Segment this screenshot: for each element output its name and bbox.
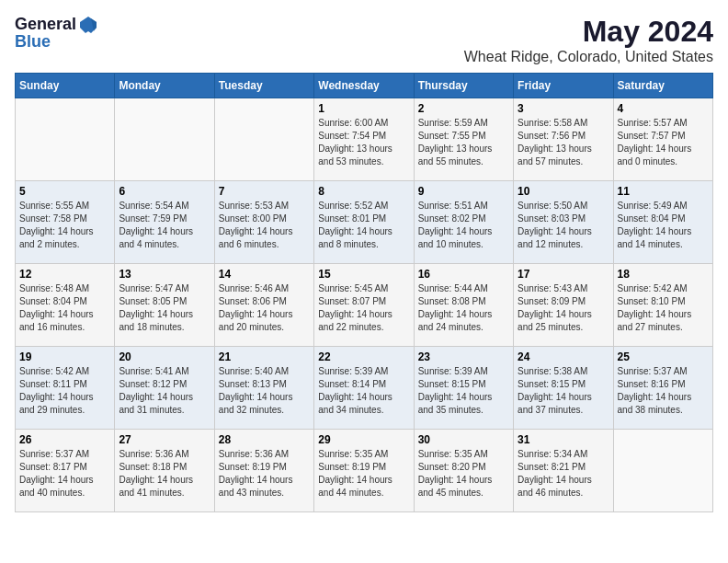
day-info: Sunrise: 6:00 AMSunset: 7:54 PMDaylight:… (318, 117, 409, 168)
calendar-cell: 26Sunrise: 5:37 AMSunset: 8:17 PMDayligh… (16, 430, 115, 512)
calendar-cell: 30Sunrise: 5:35 AMSunset: 8:20 PMDayligh… (414, 430, 513, 512)
calendar-cell: 23Sunrise: 5:39 AMSunset: 8:15 PMDayligh… (414, 347, 513, 430)
calendar-cell: 29Sunrise: 5:35 AMSunset: 8:19 PMDayligh… (314, 430, 414, 512)
calendar-cell: 7Sunrise: 5:53 AMSunset: 8:00 PMDaylight… (214, 181, 313, 264)
day-number: 8 (318, 185, 409, 198)
calendar-cell (613, 430, 712, 512)
weekday-header-saturday: Saturday (613, 74, 712, 98)
day-info: Sunrise: 5:35 AMSunset: 8:19 PMDaylight:… (318, 448, 409, 500)
calendar-week-row: 5Sunrise: 5:55 AMSunset: 7:58 PMDaylight… (16, 181, 713, 264)
calendar-cell: 27Sunrise: 5:36 AMSunset: 8:18 PMDayligh… (115, 430, 214, 512)
calendar-week-row: 12Sunrise: 5:48 AMSunset: 8:04 PMDayligh… (16, 264, 713, 347)
calendar-week-row: 1Sunrise: 6:00 AMSunset: 7:54 PMDaylight… (16, 98, 713, 181)
day-number: 3 (518, 102, 609, 115)
calendar-cell: 25Sunrise: 5:37 AMSunset: 8:16 PMDayligh… (613, 347, 712, 430)
calendar-week-row: 26Sunrise: 5:37 AMSunset: 8:17 PMDayligh… (16, 430, 713, 512)
day-info: Sunrise: 5:39 AMSunset: 8:15 PMDaylight:… (418, 365, 509, 417)
day-info: Sunrise: 5:37 AMSunset: 8:16 PMDaylight:… (618, 365, 709, 417)
logo-text-blue: Blue (15, 33, 98, 52)
calendar-cell (115, 98, 214, 181)
calendar-cell: 17Sunrise: 5:43 AMSunset: 8:09 PMDayligh… (514, 264, 613, 347)
day-info: Sunrise: 5:45 AMSunset: 8:07 PMDaylight:… (318, 282, 409, 334)
day-number: 25 (618, 350, 709, 363)
day-number: 19 (19, 350, 110, 363)
day-number: 9 (418, 185, 509, 198)
calendar-cell: 20Sunrise: 5:41 AMSunset: 8:12 PMDayligh… (115, 347, 214, 430)
day-info: Sunrise: 5:59 AMSunset: 7:55 PMDaylight:… (418, 117, 509, 168)
day-number: 31 (518, 433, 609, 446)
weekday-header-thursday: Thursday (414, 74, 513, 98)
day-number: 4 (618, 102, 709, 115)
calendar-cell: 28Sunrise: 5:36 AMSunset: 8:19 PMDayligh… (214, 430, 313, 512)
calendar-cell: 5Sunrise: 5:55 AMSunset: 7:58 PMDaylight… (16, 181, 115, 264)
day-info: Sunrise: 5:57 AMSunset: 7:57 PMDaylight:… (618, 117, 709, 168)
calendar-cell: 21Sunrise: 5:40 AMSunset: 8:13 PMDayligh… (214, 347, 313, 430)
day-info: Sunrise: 5:53 AMSunset: 8:00 PMDaylight:… (219, 200, 310, 251)
calendar-table: SundayMondayTuesdayWednesdayThursdayFrid… (15, 73, 713, 512)
logo: General Blue (15, 15, 98, 52)
day-info: Sunrise: 5:49 AMSunset: 8:04 PMDaylight:… (618, 200, 709, 251)
day-info: Sunrise: 5:50 AMSunset: 8:03 PMDaylight:… (518, 200, 609, 251)
page-title: May 2024 (464, 15, 713, 49)
logo-icon (78, 15, 98, 35)
weekday-header-wednesday: Wednesday (314, 74, 414, 98)
calendar-cell: 10Sunrise: 5:50 AMSunset: 8:03 PMDayligh… (514, 181, 613, 264)
calendar-cell: 19Sunrise: 5:42 AMSunset: 8:11 PMDayligh… (16, 347, 115, 430)
calendar-cell: 11Sunrise: 5:49 AMSunset: 8:04 PMDayligh… (613, 181, 712, 264)
day-number: 14 (219, 268, 310, 281)
weekday-header-monday: Monday (115, 74, 214, 98)
calendar-cell: 31Sunrise: 5:34 AMSunset: 8:21 PMDayligh… (514, 430, 613, 512)
day-info: Sunrise: 5:48 AMSunset: 8:04 PMDaylight:… (19, 282, 110, 334)
day-number: 18 (618, 268, 709, 281)
day-info: Sunrise: 5:43 AMSunset: 8:09 PMDaylight:… (518, 282, 609, 334)
day-number: 11 (618, 185, 709, 198)
title-block: May 2024 Wheat Ridge, Colorado, United S… (464, 15, 713, 65)
calendar-cell (214, 98, 313, 181)
day-number: 16 (418, 268, 509, 281)
calendar-cell: 6Sunrise: 5:54 AMSunset: 7:59 PMDaylight… (115, 181, 214, 264)
calendar-cell: 14Sunrise: 5:46 AMSunset: 8:06 PMDayligh… (214, 264, 313, 347)
day-info: Sunrise: 5:39 AMSunset: 8:14 PMDaylight:… (318, 365, 409, 417)
day-info: Sunrise: 5:52 AMSunset: 8:01 PMDaylight:… (318, 200, 409, 251)
calendar-cell: 12Sunrise: 5:48 AMSunset: 8:04 PMDayligh… (16, 264, 115, 347)
day-info: Sunrise: 5:36 AMSunset: 8:18 PMDaylight:… (119, 448, 210, 500)
day-number: 24 (518, 350, 609, 363)
day-number: 20 (119, 350, 210, 363)
day-info: Sunrise: 5:38 AMSunset: 8:15 PMDaylight:… (518, 365, 609, 417)
day-info: Sunrise: 5:44 AMSunset: 8:08 PMDaylight:… (418, 282, 509, 334)
calendar-cell: 15Sunrise: 5:45 AMSunset: 8:07 PMDayligh… (314, 264, 414, 347)
weekday-header-row: SundayMondayTuesdayWednesdayThursdayFrid… (16, 74, 713, 98)
calendar-cell: 13Sunrise: 5:47 AMSunset: 8:05 PMDayligh… (115, 264, 214, 347)
calendar-cell: 3Sunrise: 5:58 AMSunset: 7:56 PMDaylight… (514, 98, 613, 181)
day-info: Sunrise: 5:42 AMSunset: 8:10 PMDaylight:… (618, 282, 709, 334)
calendar-cell (16, 98, 115, 181)
day-number: 1 (318, 102, 409, 115)
day-info: Sunrise: 5:40 AMSunset: 8:13 PMDaylight:… (219, 365, 310, 417)
day-number: 28 (219, 433, 310, 446)
day-info: Sunrise: 5:35 AMSunset: 8:20 PMDaylight:… (418, 448, 509, 500)
day-info: Sunrise: 5:51 AMSunset: 8:02 PMDaylight:… (418, 200, 509, 251)
day-number: 22 (318, 350, 409, 363)
day-number: 2 (418, 102, 509, 115)
day-info: Sunrise: 5:58 AMSunset: 7:56 PMDaylight:… (518, 117, 609, 168)
calendar-cell: 9Sunrise: 5:51 AMSunset: 8:02 PMDaylight… (414, 181, 513, 264)
day-info: Sunrise: 5:42 AMSunset: 8:11 PMDaylight:… (19, 365, 110, 417)
day-info: Sunrise: 5:36 AMSunset: 8:19 PMDaylight:… (219, 448, 310, 500)
weekday-header-sunday: Sunday (16, 74, 115, 98)
weekday-header-friday: Friday (514, 74, 613, 98)
day-info: Sunrise: 5:54 AMSunset: 7:59 PMDaylight:… (119, 200, 210, 251)
calendar-cell: 22Sunrise: 5:39 AMSunset: 8:14 PMDayligh… (314, 347, 414, 430)
calendar-cell: 24Sunrise: 5:38 AMSunset: 8:15 PMDayligh… (514, 347, 613, 430)
day-info: Sunrise: 5:34 AMSunset: 8:21 PMDaylight:… (518, 448, 609, 500)
day-number: 7 (219, 185, 310, 198)
day-number: 29 (318, 433, 409, 446)
day-number: 12 (19, 268, 110, 281)
day-number: 26 (19, 433, 110, 446)
calendar-cell: 2Sunrise: 5:59 AMSunset: 7:55 PMDaylight… (414, 98, 513, 181)
calendar-cell: 4Sunrise: 5:57 AMSunset: 7:57 PMDaylight… (613, 98, 712, 181)
day-number: 10 (518, 185, 609, 198)
day-number: 23 (418, 350, 509, 363)
weekday-header-tuesday: Tuesday (214, 74, 313, 98)
day-number: 6 (119, 185, 210, 198)
day-number: 15 (318, 268, 409, 281)
